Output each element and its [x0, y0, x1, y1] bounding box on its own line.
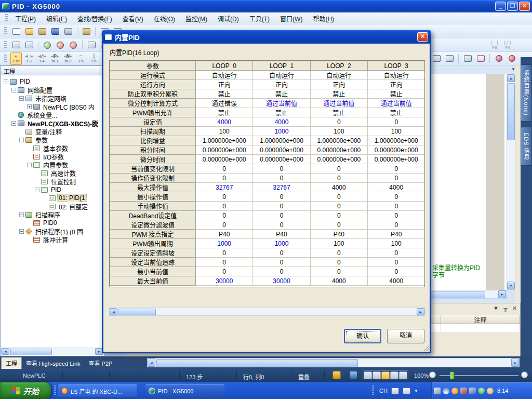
param-value-cell[interactable]: 0 [196, 220, 253, 230]
param-value-cell[interactable]: 0 [196, 192, 253, 202]
param-value-cell[interactable]: 4000 [310, 276, 367, 286]
param-value-cell[interactable]: 0 [368, 202, 425, 211]
param-value-cell[interactable]: 0 [310, 117, 367, 127]
param-value-cell[interactable]: 禁止 [253, 108, 310, 117]
param-value-cell[interactable]: 4000 [310, 183, 367, 192]
minimize-button[interactable]: _ [495, 2, 506, 11]
pin-icon[interactable]: ╥ [503, 305, 508, 312]
tree-item[interactable]: 01: PID(1 [1, 194, 104, 202]
tree-item[interactable]: −PID [1, 185, 104, 194]
param-value-cell[interactable]: 4000 [196, 117, 253, 127]
param-value-cell[interactable]: 0 [368, 211, 425, 220]
ladder-tool-F5[interactable]: ─F5 [75, 52, 87, 65]
param-value-cell[interactable]: 0 [310, 211, 367, 220]
find-prev-button[interactable] [444, 53, 455, 64]
collapse-icon[interactable]: − [19, 138, 24, 142]
tree-item[interactable]: −网络配置 [1, 86, 104, 94]
param-value-cell[interactable]: 1000 [253, 239, 310, 248]
param-value-cell[interactable]: 4000 [368, 276, 425, 286]
param-value-cell[interactable]: 1.000000e+000 [310, 136, 367, 145]
view-normal-button[interactable] [364, 371, 372, 379]
help-icon[interactable] [403, 388, 410, 394]
main-scrollbar-h[interactable]: ◄ ► [147, 358, 520, 367]
collapse-icon[interactable]: − [19, 229, 24, 234]
param-value-cell[interactable]: 1.000000e+000 [196, 136, 253, 145]
param-value-cell[interactable]: 100 [196, 127, 253, 136]
param-value-cell[interactable]: 0 [310, 267, 367, 276]
collapse-icon[interactable]: − [19, 96, 24, 101]
menu-item[interactable]: 调试(D) [212, 12, 244, 24]
menu-item[interactable]: 工具(T) [244, 12, 275, 24]
param-value-cell[interactable]: 32767 [253, 183, 310, 192]
param-value-cell[interactable]: 1000 [196, 239, 253, 248]
param-value-cell[interactable]: 0 [253, 202, 310, 211]
param-value-cell[interactable]: 0.000000e+000 [253, 155, 310, 164]
menu-item[interactable]: 监控(M) [180, 12, 212, 24]
scroll-left-icon[interactable]: ◄ [110, 308, 117, 315]
param-value-cell[interactable]: 正向 [253, 80, 310, 89]
param-value-cell[interactable]: 100 [368, 239, 425, 248]
tree-item[interactable]: −未指定网络 [1, 94, 104, 102]
param-value-cell[interactable]: 0.000000e+000 [368, 145, 425, 155]
clipboard-button[interactable] [81, 26, 92, 37]
screen-button[interactable] [10, 39, 22, 50]
tree-item[interactable]: −扫描程序 [1, 210, 104, 219]
param-value-cell[interactable]: 0 [253, 267, 310, 276]
tree-item[interactable]: 脉冲计算 [1, 235, 104, 244]
param-value-cell[interactable]: 正向 [196, 80, 253, 89]
tree-item[interactable]: +NewPLC [B0S0 内 [1, 102, 104, 111]
shield-icon[interactable] [478, 388, 485, 394]
param-value-cell[interactable]: 0 [310, 220, 367, 230]
update-icon[interactable] [451, 388, 458, 394]
param-value-cell[interactable]: P40 [310, 230, 367, 239]
ok-circle-button[interactable] [493, 53, 504, 64]
scroll-down-icon[interactable]: ▼ [507, 282, 515, 289]
param-value-cell[interactable]: 0 [310, 164, 367, 174]
ladder-tool-F3[interactable]: ⊣ ⊢F3 [23, 52, 35, 65]
param-value-cell[interactable]: 自动运行 [310, 71, 367, 80]
param-value-cell[interactable]: 0.000000e+000 [196, 145, 253, 155]
param-value-cell[interactable]: 自动运行 [253, 71, 310, 80]
param-value-cell[interactable]: 0.000000e+000 [196, 155, 253, 164]
start-button[interactable]: 开始 [0, 382, 51, 399]
collapse-icon[interactable]: − [4, 79, 8, 84]
param-value-cell[interactable]: 1000 [253, 127, 310, 136]
param-value-cell[interactable]: 0 [253, 164, 310, 174]
ladder-tool-F9[interactable]: (/)F9 [502, 39, 513, 51]
param-value-cell[interactable]: 0 [253, 211, 310, 220]
param-value-cell[interactable]: 0 [196, 202, 253, 211]
zoom-in-button[interactable] [521, 371, 528, 378]
param-value-cell[interactable]: 0 [310, 202, 367, 211]
bottom-tab-2[interactable]: 查看 P2P [85, 357, 117, 370]
param-value-cell[interactable]: 0.000000e+000 [310, 145, 367, 155]
ladder-tool-Esc[interactable]: ↖Esc [10, 52, 22, 65]
tree-item[interactable]: −内置参数 [1, 161, 104, 169]
param-value-cell[interactable]: 1.000000e+000 [368, 136, 425, 145]
param-value-cell[interactable]: 4000 [253, 117, 310, 127]
paste-button[interactable] [36, 26, 48, 37]
dialog-close-button[interactable]: ✕ [417, 32, 428, 42]
tree-item[interactable]: −NewPLC(XGB-XBCS)-脱 [1, 119, 104, 127]
param-value-cell[interactable]: P40 [196, 230, 253, 239]
zoom-out-button[interactable] [429, 371, 436, 378]
param-value-cell[interactable]: 禁止 [196, 89, 253, 99]
taskbar-task-ls[interactable]: LS 产电 的 XBC-D... [58, 384, 137, 397]
param-value-cell[interactable]: 0 [310, 174, 367, 183]
new-button[interactable] [10, 26, 22, 37]
network-icon[interactable] [469, 388, 476, 394]
param-value-cell[interactable]: 0 [310, 258, 367, 267]
param-value-cell[interactable]: 100 [368, 127, 425, 136]
param-value-cell[interactable]: 0 [368, 248, 425, 258]
tree-item[interactable]: 02: 自整定 [1, 202, 104, 210]
ok-button[interactable]: 确认 [344, 329, 381, 343]
param-value-cell[interactable]: 禁止 [310, 89, 367, 99]
ladder-tool-F4[interactable]: ⊣/⊢F4 [36, 52, 48, 65]
scrollbar-thumb[interactable] [156, 359, 358, 367]
zoom-slider-thumb[interactable] [450, 371, 455, 379]
param-value-cell[interactable]: 禁止 [253, 89, 310, 99]
view-grid-button[interactable] [390, 371, 398, 379]
collapse-icon[interactable]: − [35, 188, 39, 192]
tree-item[interactable]: −参数 [1, 136, 104, 144]
print-button[interactable] [62, 26, 74, 37]
param-value-cell[interactable]: 100 [310, 239, 367, 248]
